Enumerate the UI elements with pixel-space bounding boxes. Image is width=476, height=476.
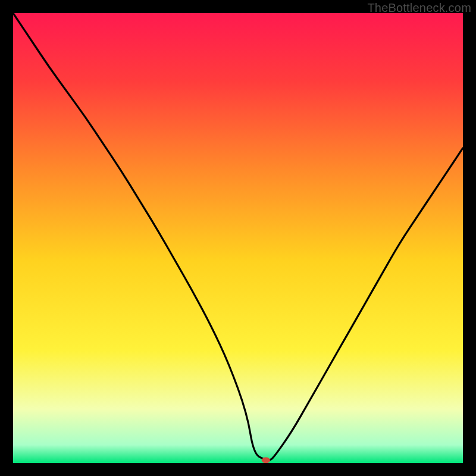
watermark-text: TheBottleneck.com [367, 1, 471, 15]
gradient-background [13, 13, 463, 463]
bottleneck-chart [13, 13, 463, 463]
